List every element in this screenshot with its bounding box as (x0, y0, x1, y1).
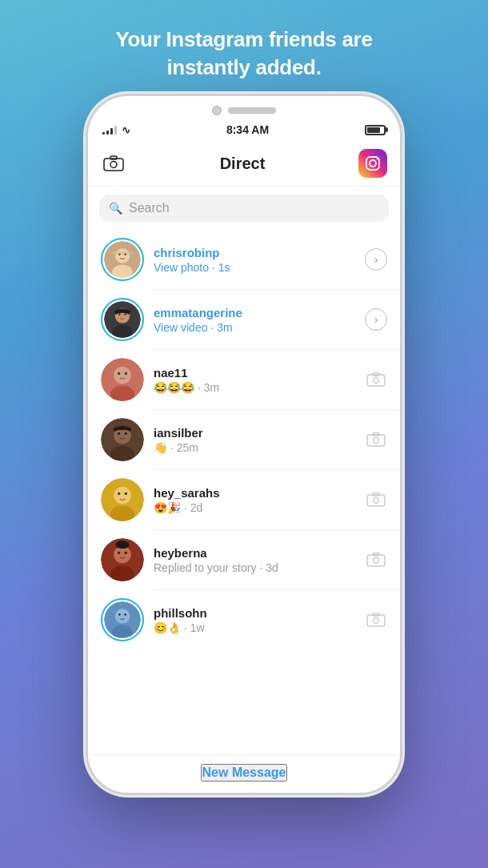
conversation-name: chrisrobinp (154, 246, 355, 259)
status-left: ∿ (102, 124, 130, 136)
camera-button[interactable] (101, 151, 126, 176)
conversation-action[interactable] (365, 428, 387, 451)
conversation-name: iansilber (154, 426, 355, 440)
conversation-action[interactable] (365, 368, 387, 391)
conversation-info: heyberna Replied to your story · 3d (154, 546, 355, 574)
app-title: Direct (220, 155, 266, 173)
svg-point-4 (370, 160, 376, 167)
list-item[interactable]: phillsohn 😊👌 · 1w (88, 590, 400, 649)
camera-area (212, 106, 276, 115)
conversation-name: nae11 (154, 366, 355, 380)
conversation-preview: 😊👌 · 1w (154, 621, 355, 634)
conversation-action[interactable] (365, 488, 387, 511)
search-icon: 🔍 (109, 202, 122, 215)
svg-point-1 (110, 162, 117, 168)
svg-point-23 (374, 378, 379, 384)
search-bar[interactable]: 🔍 Search (99, 195, 389, 222)
svg-point-55 (374, 618, 379, 624)
svg-rect-0 (104, 159, 123, 171)
battery-icon (365, 125, 386, 135)
list-item[interactable]: emmatangerine View video · 3m › (88, 290, 400, 349)
svg-rect-54 (367, 615, 385, 626)
phone-shell: ∿ 8:34 AM Direct (88, 96, 400, 793)
list-item[interactable]: iansilber 👋 · 25m (88, 410, 400, 469)
svg-rect-22 (367, 375, 385, 386)
speaker (228, 107, 276, 114)
conversation-preview: 😍🎉 · 2d (154, 501, 355, 514)
avatar (101, 358, 144, 401)
svg-point-21 (125, 372, 127, 375)
svg-point-45 (125, 552, 127, 554)
svg-point-36 (118, 492, 120, 495)
svg-point-37 (125, 492, 127, 495)
conversation-name: emmatangerine (154, 306, 355, 319)
conversation-action[interactable] (365, 549, 387, 571)
list-item[interactable]: hey_sarahs 😍🎉 · 2d (88, 470, 400, 529)
app-header: Direct (88, 141, 400, 187)
svg-point-39 (374, 498, 379, 504)
wifi-icon: ∿ (122, 124, 130, 136)
svg-point-52 (118, 613, 121, 616)
conversation-preview: Replied to your story · 3d (154, 561, 355, 574)
conversation-info: phillsohn 😊👌 · 1w (154, 606, 355, 634)
conversation-name: phillsohn (154, 606, 355, 620)
list-item[interactable]: nae11 😂😂😂 · 3m (88, 350, 400, 409)
svg-point-7 (115, 248, 130, 263)
svg-point-28 (118, 432, 120, 435)
avatar (101, 238, 144, 281)
conversation-action[interactable]: › (365, 308, 387, 331)
svg-point-47 (374, 558, 379, 564)
list-item[interactable]: heyberna Replied to your story · 3d (88, 530, 400, 589)
svg-rect-38 (367, 495, 385, 506)
svg-point-44 (118, 552, 120, 554)
avatar (101, 598, 144, 641)
svg-rect-30 (367, 435, 385, 446)
svg-point-15 (118, 313, 121, 315)
front-camera (212, 106, 222, 115)
conversation-name: heyberna (154, 546, 355, 560)
avatar (101, 298, 144, 341)
svg-point-5 (376, 159, 378, 160)
svg-point-16 (124, 313, 126, 315)
svg-point-50 (115, 609, 130, 623)
signal-bars (102, 125, 117, 135)
view-arrow: › (365, 248, 387, 271)
svg-point-20 (118, 372, 120, 375)
conversation-action[interactable] (365, 609, 387, 631)
conversation-action[interactable]: › (365, 248, 387, 271)
conversation-info: hey_sarahs 😍🎉 · 2d (154, 486, 355, 514)
instagram-icon[interactable] (358, 149, 387, 178)
svg-point-29 (125, 432, 127, 435)
svg-point-53 (124, 613, 126, 616)
header-title: Your Instagram friends are instantly add… (115, 26, 372, 82)
view-arrow: › (365, 308, 387, 331)
svg-point-31 (374, 438, 379, 444)
svg-point-18 (114, 367, 131, 384)
avatar (101, 538, 144, 581)
avatar (101, 418, 144, 461)
status-right (365, 125, 386, 135)
conversation-info: chrisrobinp View photo · 1s (154, 246, 355, 274)
conversation-preview: View video · 3m (154, 321, 355, 334)
conversation-list: chrisrobinp View photo · 1s › (88, 230, 400, 755)
status-bar: ∿ 8:34 AM (88, 120, 400, 141)
conversation-preview: 😂😂😂 · 3m (154, 381, 355, 394)
list-item[interactable]: chrisrobinp View photo · 1s › (88, 230, 400, 289)
new-message-section: New Message (88, 755, 400, 793)
phone-top: ∿ 8:34 AM (88, 96, 400, 141)
status-time: 8:34 AM (226, 123, 269, 136)
phone-screen: Direct 🔍 Search (88, 141, 400, 793)
conversation-preview: 👋 · 25m (154, 441, 355, 454)
conversation-name: hey_sarahs (154, 486, 355, 500)
svg-rect-11 (111, 251, 134, 255)
search-placeholder: Search (129, 201, 170, 215)
avatar (101, 478, 144, 521)
conversation-preview: View photo · 1s (154, 261, 355, 274)
svg-point-34 (114, 487, 131, 504)
svg-rect-46 (367, 555, 385, 566)
conversation-info: emmatangerine View video · 3m (154, 306, 355, 334)
svg-rect-2 (110, 156, 117, 159)
new-message-button[interactable]: New Message (201, 764, 288, 782)
conversation-info: iansilber 👋 · 25m (154, 426, 355, 454)
conversation-info: nae11 😂😂😂 · 3m (154, 366, 355, 394)
